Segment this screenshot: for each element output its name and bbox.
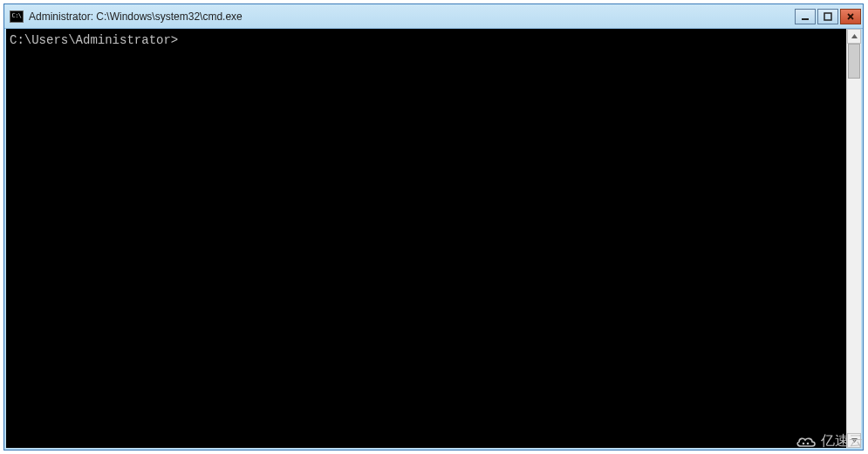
- svg-rect-1: [824, 13, 831, 20]
- cmd-icon: C:\: [10, 10, 24, 23]
- scrollbar-track[interactable]: [847, 44, 861, 433]
- maximize-button[interactable]: [817, 9, 838, 24]
- svg-marker-4: [851, 34, 858, 38]
- window-title: Administrator: C:\Windows\system32\cmd.e…: [29, 10, 795, 23]
- minimize-button[interactable]: [795, 9, 816, 24]
- cmd-icon-label: C:\: [11, 13, 21, 19]
- scrollbar-thumb[interactable]: [848, 44, 860, 79]
- svg-marker-5: [851, 438, 858, 443]
- titlebar[interactable]: C:\ Administrator: C:\Windows\system32\c…: [4, 4, 863, 29]
- client-area: C:\Users\Administrator>: [4, 29, 863, 450]
- vertical-scrollbar[interactable]: [846, 29, 861, 448]
- terminal-output[interactable]: C:\Users\Administrator>: [6, 29, 846, 448]
- cmd-window: C:\ Administrator: C:\Windows\system32\c…: [3, 3, 864, 451]
- close-button[interactable]: [840, 9, 861, 24]
- prompt-line: C:\Users\Administrator>: [10, 33, 178, 47]
- scroll-up-button[interactable]: [847, 29, 861, 44]
- window-controls: [795, 9, 861, 24]
- scroll-down-button[interactable]: [847, 433, 861, 448]
- svg-rect-0: [802, 18, 809, 20]
